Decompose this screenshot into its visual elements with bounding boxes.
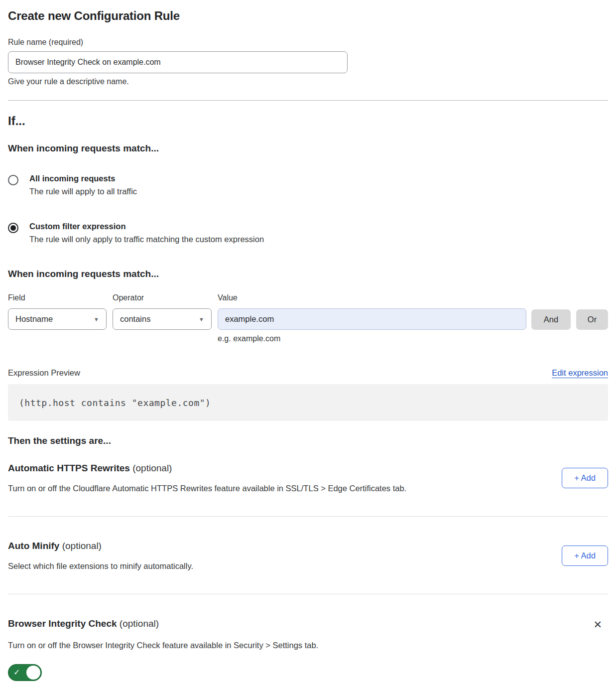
radio-option-description: The rule will apply to all traffic [29,187,137,196]
field-select-value: Hostname [15,314,53,324]
filter-expression-builder: Field Hostname ▼ Operator contains ▼ Val… [8,293,608,343]
toggle-knob [26,666,40,680]
setting-divider [8,516,608,517]
match-heading: When incoming requests match... [8,143,608,154]
value-input[interactable] [218,308,526,330]
then-heading: Then the settings are... [8,435,608,446]
operator-select[interactable]: contains ▼ [113,308,212,330]
radio-selected-icon[interactable] [8,223,18,233]
chevron-down-icon: ▼ [199,316,204,322]
filter-heading: When incoming requests match... [8,269,608,279]
setting-automatic-https-rewrites: Automatic HTTPS Rewrites (optional) Turn… [8,463,608,493]
setting-title: Automatic HTTPS Rewrites [8,463,130,473]
value-label: Value [218,293,526,302]
operator-select-value: contains [120,314,150,324]
rule-name-label: Rule name (required) [8,38,608,47]
setting-title: Auto Minify [8,541,59,551]
or-button[interactable]: Or [576,309,608,330]
add-automatic-https-rewrites-button[interactable]: + Add [562,468,608,488]
check-icon: ✓ [13,668,20,677]
setting-description: Select which file extensions to minify a… [8,561,193,571]
radio-option-description: The rule will only apply to traffic matc… [29,235,264,244]
browser-integrity-check-toggle[interactable]: ✓ [8,664,42,681]
radio-option-label: All incoming requests [29,174,137,183]
setting-description: Turn on or off the Browser Integrity Che… [8,641,608,650]
radio-option-all-incoming-requests[interactable]: All incoming requests The rule will appl… [8,174,608,196]
if-heading: If... [8,114,608,128]
expression-preview-label: Expression Preview [8,368,80,378]
setting-divider [8,594,608,594]
chevron-down-icon: ▼ [94,316,99,322]
setting-browser-integrity-check: Browser Integrity Check (optional) ✕ Tur… [8,618,608,683]
setting-title: Browser Integrity Check [8,618,117,629]
radio-option-label: Custom filter expression [29,222,264,231]
setting-optional-tag: (optional) [132,463,172,473]
operator-label: Operator [113,293,212,302]
close-icon[interactable]: ✕ [591,618,604,631]
setting-description: Turn on or off the Cloudflare Automatic … [8,484,406,493]
rule-name-input[interactable] [8,51,348,73]
setting-auto-minify: Auto Minify (optional) Select which file… [8,541,608,571]
edit-expression-link[interactable]: Edit expression [552,368,608,378]
page-title: Create new Configuration Rule [8,9,608,23]
setting-optional-tag: (optional) [62,541,102,551]
expression-preview-box: (http.host contains "example.com") [8,384,608,421]
field-label: Field [8,293,107,302]
radio-unselected-icon[interactable] [8,175,18,185]
setting-optional-tag: (optional) [120,618,159,629]
expression-code: (http.host contains "example.com") [19,398,211,408]
add-auto-minify-button[interactable]: + Add [562,546,608,566]
rule-name-helper: Give your rule a descriptive name. [8,77,608,86]
section-divider [8,100,608,101]
create-configuration-rule-page: Create new Configuration Rule Rule name … [0,0,616,686]
and-button[interactable]: And [531,309,571,330]
value-helper: e.g. example.com [218,334,526,343]
expression-preview-header: Expression Preview Edit expression [8,368,608,378]
radio-option-custom-filter-expression[interactable]: Custom filter expression The rule will o… [8,222,608,244]
field-select[interactable]: Hostname ▼ [8,308,107,330]
